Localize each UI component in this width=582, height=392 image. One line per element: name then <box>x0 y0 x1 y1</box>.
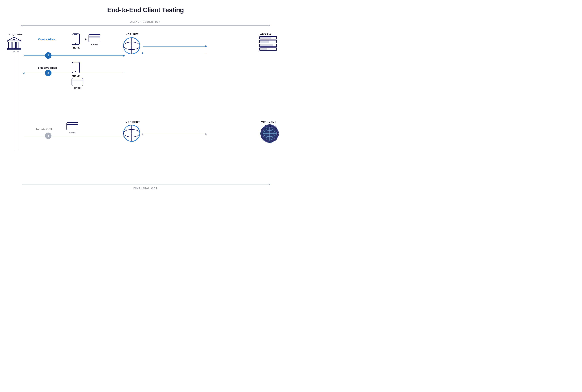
acquirer-bank-icon <box>7 36 22 51</box>
vertical-arrow-left <box>14 52 14 150</box>
acquirer-label: ACQUIRER <box>9 33 23 36</box>
ads-to-sbx-arrow <box>143 53 206 53</box>
svg-rect-4 <box>17 42 18 48</box>
card-icon-oct: CARD <box>66 121 79 134</box>
svg-rect-21 <box>259 40 269 43</box>
svg-rect-41 <box>74 63 78 63</box>
svg-rect-35 <box>74 34 78 35</box>
vertical-arrow-right <box>18 52 18 150</box>
svg-rect-1 <box>9 42 10 48</box>
alias-resolution-label: ALIAS RESOLUTION <box>130 20 161 23</box>
phone-icon-create-alias: PHONE <box>71 33 80 49</box>
phone1-label: PHONE <box>71 47 80 49</box>
card3-label: CARD <box>66 131 79 134</box>
page-container: End-to-End Client Testing ALIAS RESOLUTI… <box>0 0 291 196</box>
vip-vcms-icon <box>260 124 279 144</box>
svg-rect-25 <box>259 48 267 50</box>
cert-to-vip-arrow <box>143 134 206 134</box>
plus-sign: + <box>84 37 87 42</box>
resolve-alias-label: Resolve Alias <box>38 66 57 70</box>
phone-icon-resolve-alias: PHONE <box>71 62 80 78</box>
card1-label: CARD <box>88 43 101 46</box>
svg-rect-23 <box>259 44 273 47</box>
resolve-alias-arrow <box>24 73 124 73</box>
initiate-oct-label: Initiate OCT <box>36 128 52 131</box>
svg-rect-43 <box>72 78 83 86</box>
card-icon-resolve-alias: CARD <box>71 77 84 89</box>
page-title: End-to-End Client Testing <box>0 0 291 14</box>
vip-label: VIP - VCMS <box>261 120 276 123</box>
svg-point-7 <box>13 39 15 40</box>
badge-3: 3 <box>45 132 52 139</box>
financial-oct-arrow <box>22 184 269 184</box>
vdp-sbx-label: VDP SBX <box>126 33 138 36</box>
financial-oct-label: FINANCIAL OCT <box>133 187 157 190</box>
ads-label: ADS 2.0 <box>260 33 271 36</box>
badge-1: 1 <box>45 52 52 59</box>
svg-rect-2 <box>11 42 13 48</box>
svg-rect-3 <box>14 42 16 48</box>
sbx-to-ads-arrow <box>143 46 206 46</box>
badge-2: 2 <box>45 70 52 76</box>
create-alias-label: Create Alias <box>38 38 55 41</box>
svg-rect-45 <box>67 122 78 130</box>
card-icon-create-alias: CARD <box>88 33 101 46</box>
svg-rect-38 <box>89 36 100 38</box>
alias-resolution-arrow <box>22 26 269 26</box>
oct-arrow <box>24 136 124 136</box>
card2-label: CARD <box>71 87 84 89</box>
svg-rect-19 <box>259 36 271 39</box>
vdp-cert-label: VDP CERT <box>126 120 140 123</box>
create-alias-arrow <box>24 56 124 56</box>
vdp-cert-globe-icon <box>122 124 141 142</box>
ads-database-icon <box>259 36 277 52</box>
svg-point-36 <box>75 43 76 44</box>
svg-point-42 <box>75 71 76 72</box>
vdp-sbx-globe-icon <box>122 36 141 55</box>
